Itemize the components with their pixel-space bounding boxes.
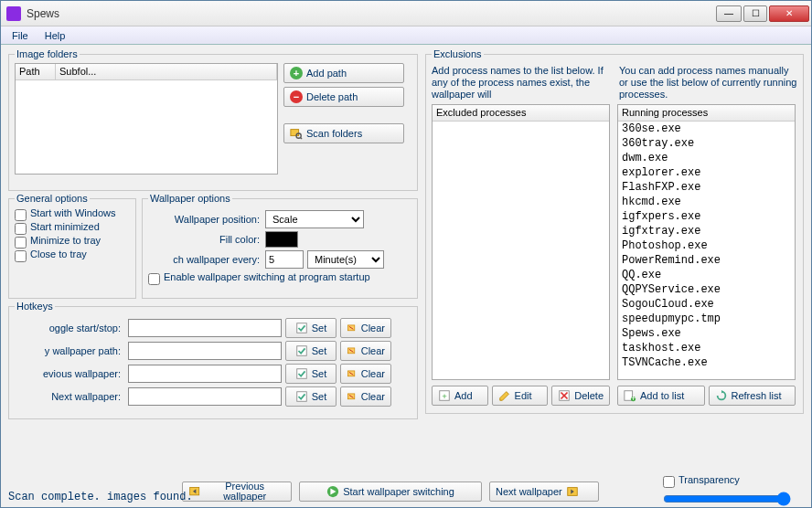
list-item[interactable]: 360tray.exe (618, 136, 795, 151)
excluded-processes-list[interactable]: Excluded processes (432, 104, 610, 380)
hotkey-set-button[interactable]: Set (285, 364, 337, 384)
hotkey-clear-button[interactable]: Clear (340, 364, 391, 384)
hotkey-label: oggle start/stop: (15, 323, 124, 333)
list-item[interactable]: Photoshop.exe (618, 238, 795, 253)
scan-folders-button[interactable]: Scan folders (283, 123, 404, 143)
hotkey-clear-button[interactable]: Clear (340, 341, 391, 361)
minimize-button[interactable]: — (716, 5, 742, 22)
list-item[interactable]: QQ.exe (618, 268, 795, 282)
app-icon (6, 6, 21, 21)
running-processes-list[interactable]: Running processes 360se.exe360tray.exedw… (617, 104, 796, 380)
menu-help[interactable]: Help (37, 28, 73, 43)
exclusion-add-button[interactable]: +Add (432, 386, 488, 406)
svg-rect-0 (291, 130, 299, 136)
next-wallpaper-button[interactable]: Next wallpaper (489, 482, 599, 502)
hotkey-set-button[interactable]: Set (285, 318, 337, 338)
play-icon (326, 485, 339, 498)
close-button[interactable]: ✕ (769, 5, 809, 22)
titlebar: Spews — ☐ ✕ (1, 1, 811, 26)
hotkeys-group: Hotkeys oggle start/stop: Set Cleary wal… (8, 301, 418, 419)
hotkey-input-0[interactable] (128, 319, 282, 337)
general-options-legend: General options (15, 193, 90, 204)
enable-switching-checkbox[interactable]: Enable wallpaper switching at program st… (148, 272, 411, 285)
add-to-list-button[interactable]: +Add to list (617, 386, 705, 406)
hotkey-set-button[interactable]: Set (285, 341, 337, 361)
image-folders-table[interactable]: Path Subfol... (15, 63, 278, 175)
add-path-button[interactable]: + Add path (283, 63, 404, 83)
add-process-icon: + (438, 389, 451, 402)
svg-rect-9 (296, 369, 306, 379)
svg-rect-6 (296, 346, 306, 356)
svg-text:+: + (442, 391, 447, 401)
exclusions-help-left: Add process names to the list below. If … (432, 65, 610, 101)
scan-icon (290, 127, 303, 140)
set-icon (295, 390, 308, 403)
hotkey-input-2[interactable] (128, 365, 282, 383)
list-item[interactable]: FlashFXP.exe (618, 180, 795, 195)
wallpaper-position-label: Wallpaper position: (148, 214, 265, 225)
transparency-slider[interactable] (663, 492, 791, 506)
exclusions-help-right: You can add process names manually or us… (619, 65, 797, 101)
start-switching-button[interactable]: Start wallpaper switching (299, 482, 482, 502)
app-window: Spews — ☐ ✕ File Help Image folders Path… (0, 0, 812, 508)
hotkey-input-3[interactable] (128, 387, 282, 406)
start-minimized-checkbox[interactable]: Start minimized (15, 222, 130, 235)
transparency-checkbox[interactable]: Transparency (663, 475, 800, 488)
list-item[interactable]: SogouCloud.exe (618, 297, 795, 312)
delete-process-icon (558, 389, 571, 402)
set-icon (295, 344, 308, 357)
menubar: File Help (1, 26, 811, 45)
hotkeys-legend: Hotkeys (15, 301, 55, 312)
minimize-to-tray-checkbox[interactable]: Minimize to tray (15, 236, 130, 249)
minus-icon: − (290, 90, 303, 103)
list-item[interactable]: 360se.exe (618, 122, 795, 136)
exclusion-delete-button[interactable]: Delete (551, 386, 610, 406)
hotkey-clear-button[interactable]: Clear (340, 386, 391, 407)
list-item[interactable]: Spews.exe (618, 326, 795, 341)
general-options-group: General options Start with Windows Start… (8, 193, 136, 299)
list-item[interactable]: taskhost.exe (618, 341, 795, 355)
exclusions-legend: Exclusions (432, 48, 484, 59)
list-item[interactable]: speedupmypc.tmp (618, 312, 795, 326)
exclusions-group: Exclusions Add process names to the list… (425, 48, 804, 414)
col-path[interactable]: Path (16, 64, 56, 79)
svg-line-2 (300, 137, 302, 139)
list-item[interactable]: QQPYService.exe (618, 282, 795, 297)
maximize-button[interactable]: ☐ (743, 5, 767, 22)
set-icon (295, 322, 308, 334)
wallpaper-options-group: Wallpaper options Wallpaper position: Sc… (142, 193, 418, 299)
switch-every-unit-select[interactable]: Minute(s) (307, 250, 384, 269)
start-with-windows-checkbox[interactable]: Start with Windows (15, 208, 130, 221)
clear-icon (347, 322, 358, 334)
col-subfolders[interactable]: Subfol... (56, 64, 277, 79)
clear-icon (347, 344, 358, 357)
delete-path-button[interactable]: − Delete path (283, 87, 404, 107)
list-item[interactable]: dwm.exe (618, 151, 795, 165)
hotkey-input-1[interactable] (128, 342, 282, 360)
exclusion-edit-button[interactable]: Edit (492, 386, 549, 406)
menu-file[interactable]: File (5, 28, 36, 43)
list-item[interactable]: igfxpers.exe (618, 209, 795, 224)
hotkey-label: Next wallpaper: (15, 391, 124, 402)
refresh-list-button[interactable]: Refresh list (709, 386, 796, 406)
hotkey-set-button[interactable]: Set (285, 386, 337, 407)
switch-every-input[interactable] (265, 250, 304, 269)
list-item[interactable]: explorer.exe (618, 165, 795, 180)
list-item[interactable]: PowerRemind.exe (618, 253, 795, 268)
list-item[interactable]: igfxtray.exe (618, 224, 795, 238)
wallpaper-position-select[interactable]: Scale (265, 210, 364, 228)
list-item[interactable]: hkcmd.exe (618, 195, 795, 209)
image-folders-group: Image folders Path Subfol... + Add path … (8, 48, 418, 191)
hotkey-row: oggle start/stop: Set Clear (15, 318, 411, 338)
list-item[interactable]: TSVNCache.exe (618, 355, 795, 370)
edit-icon (498, 389, 511, 402)
hotkey-label: evious wallpaper: (15, 368, 124, 379)
previous-wallpaper-button[interactable]: Previous wallpaper (182, 482, 292, 502)
excluded-header: Excluded processes (433, 105, 609, 122)
status-bar: Scan complete. images found. (8, 491, 193, 503)
switch-every-label: ch wallpaper every: (148, 254, 265, 265)
svg-rect-3 (296, 323, 306, 333)
hotkey-clear-button[interactable]: Clear (340, 318, 391, 338)
close-to-tray-checkbox[interactable]: Close to tray (15, 249, 130, 262)
fill-color-swatch[interactable] (265, 231, 298, 248)
